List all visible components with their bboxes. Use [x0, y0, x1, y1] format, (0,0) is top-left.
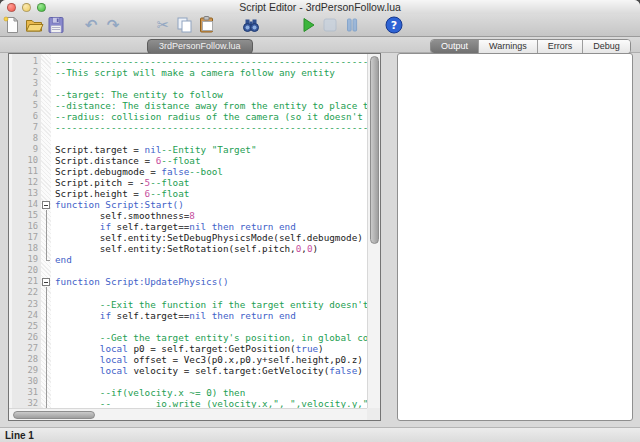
- fold-margin: [41, 54, 51, 420]
- open-file-button[interactable]: [23, 14, 45, 36]
- line-number: 20: [12, 265, 38, 276]
- code-line[interactable]: [55, 287, 380, 298]
- code-line[interactable]: ----------------------------------------…: [55, 56, 380, 67]
- line-number: 21: [12, 276, 38, 287]
- code-line[interactable]: function Script:UpdatePhysics(): [55, 276, 380, 287]
- fold-cell: [41, 310, 51, 321]
- cut-scissors-icon: ✂: [157, 18, 170, 33]
- run-button[interactable]: [297, 14, 319, 36]
- redo-button[interactable]: ↷: [102, 14, 124, 36]
- code-line[interactable]: local p0 = self.target:GetPosition(true): [55, 343, 380, 354]
- code-line[interactable]: --This script will make a camera follow …: [55, 67, 380, 78]
- code-line[interactable]: local offset = Vec3(p0.x,p0.y+self.heigh…: [55, 354, 380, 365]
- line-number: 4: [12, 89, 38, 100]
- fold-cell: [41, 155, 51, 166]
- close-button[interactable]: [7, 3, 16, 12]
- fold-cell: [41, 332, 51, 343]
- fold-cell: [41, 232, 51, 243]
- fold-cell: [41, 56, 51, 67]
- editor-tab[interactable]: 3rdPersonFollow.lua: [147, 39, 253, 54]
- code-line[interactable]: [55, 133, 380, 144]
- code-line[interactable]: [55, 376, 380, 387]
- undo-icon: ↶: [85, 18, 98, 33]
- paste-button[interactable]: [196, 14, 218, 36]
- fold-cell: [41, 299, 51, 310]
- tab-warnings[interactable]: Warnings: [478, 40, 537, 53]
- pause-button[interactable]: [341, 14, 363, 36]
- paste-clipboard-icon: [197, 15, 217, 35]
- copy-button[interactable]: [174, 14, 196, 36]
- code-line[interactable]: --distance: The distance away from the e…: [55, 100, 380, 111]
- code-line[interactable]: self.smoothness=8: [55, 210, 380, 221]
- code-line[interactable]: end: [55, 254, 380, 265]
- code-line[interactable]: [55, 265, 380, 276]
- new-file-button[interactable]: [1, 14, 23, 36]
- tab-output[interactable]: Output: [431, 40, 478, 53]
- find-binoculars-icon: [241, 15, 261, 35]
- line-number: 9: [12, 144, 38, 155]
- output-panel-content: [397, 53, 633, 421]
- tab-strip: 3rdPersonFollow.lua OutputWarningsErrors…: [0, 37, 640, 53]
- line-number: 23: [12, 299, 38, 310]
- vertical-scrollbar[interactable]: [367, 54, 380, 408]
- line-number: 31: [12, 387, 38, 398]
- undo-button[interactable]: ↶: [80, 14, 102, 36]
- tab-errors[interactable]: Errors: [537, 40, 583, 53]
- line-number: 26: [12, 332, 38, 343]
- horizontal-scrollbar[interactable]: [9, 408, 367, 420]
- code-area[interactable]: ----------------------------------------…: [51, 54, 380, 420]
- fold-cell: [41, 221, 51, 232]
- code-line[interactable]: Script.pitch = -5--float: [55, 177, 380, 188]
- help-button[interactable]: ?: [383, 14, 405, 36]
- cut-button[interactable]: ✂: [152, 14, 174, 36]
- code-line[interactable]: --Get the target entity's position, in g…: [55, 332, 380, 343]
- fold-cell: [41, 210, 51, 221]
- code-line[interactable]: self.entity:SetRotation(self.pitch,0,0): [55, 243, 380, 254]
- code-line[interactable]: [55, 321, 380, 332]
- code-line[interactable]: --if(velocity.x ~= 0) then: [55, 387, 380, 398]
- fold-cell: [41, 243, 51, 254]
- status-line-indicator: Line 1: [5, 430, 34, 441]
- line-number: 13: [12, 188, 38, 199]
- code-line[interactable]: --Exit the function if the target entity…: [55, 299, 380, 310]
- code-line[interactable]: --target: The entity to follow: [55, 89, 380, 100]
- line-number: 5: [12, 100, 38, 111]
- fold-toggle[interactable]: [41, 276, 51, 287]
- zoom-button[interactable]: [37, 3, 46, 12]
- stop-button[interactable]: [319, 14, 341, 36]
- code-line[interactable]: Script.height = 6--float: [55, 188, 380, 199]
- fold-cell: [41, 67, 51, 78]
- code-line[interactable]: --radius: collision radius of the camera…: [55, 111, 380, 122]
- script-editor-window: Script Editor - 3rdPersonFollow.lua: [0, 0, 640, 442]
- fold-cell: [41, 254, 51, 265]
- line-number: 3: [12, 78, 38, 89]
- code-line[interactable]: function Script:Start(): [55, 199, 380, 210]
- fold-cell: [41, 100, 51, 111]
- code-line[interactable]: if self.target==nil then return end: [55, 310, 380, 321]
- vertical-scrollbar-thumb[interactable]: [370, 56, 379, 244]
- minimize-button[interactable]: [22, 3, 31, 12]
- save-file-button[interactable]: [45, 14, 67, 36]
- fold-cell: [41, 144, 51, 155]
- titlebar: Script Editor - 3rdPersonFollow.lua: [0, 0, 640, 14]
- copy-icon: [175, 15, 195, 35]
- code-line[interactable]: Script.target = nil--Entity "Target": [55, 144, 380, 155]
- code-line[interactable]: Script.debugmode = false--bool: [55, 166, 380, 177]
- fold-cell: [41, 111, 51, 122]
- fold-toggle[interactable]: [41, 199, 51, 210]
- code-line[interactable]: if self.target==nil then return end: [55, 221, 380, 232]
- horizontal-scrollbar-thumb[interactable]: [13, 411, 95, 419]
- code-line[interactable]: local velocity = self.target:GetVelocity…: [55, 365, 380, 376]
- find-button[interactable]: [240, 14, 262, 36]
- line-number: 27: [12, 343, 38, 354]
- fold-cell: [41, 78, 51, 89]
- svg-text:?: ?: [391, 19, 397, 32]
- code-line[interactable]: Script.distance = 6--float: [55, 155, 380, 166]
- tab-debug[interactable]: Debug: [582, 40, 630, 53]
- code-line[interactable]: self.entity:SetDebugPhysicsMode(self.deb…: [55, 232, 380, 243]
- line-number: 17: [12, 232, 38, 243]
- fold-cell: [41, 365, 51, 376]
- code-line[interactable]: [55, 78, 380, 89]
- scrollbar-corner: [367, 408, 380, 420]
- code-line[interactable]: ----------------------------------------…: [55, 122, 380, 133]
